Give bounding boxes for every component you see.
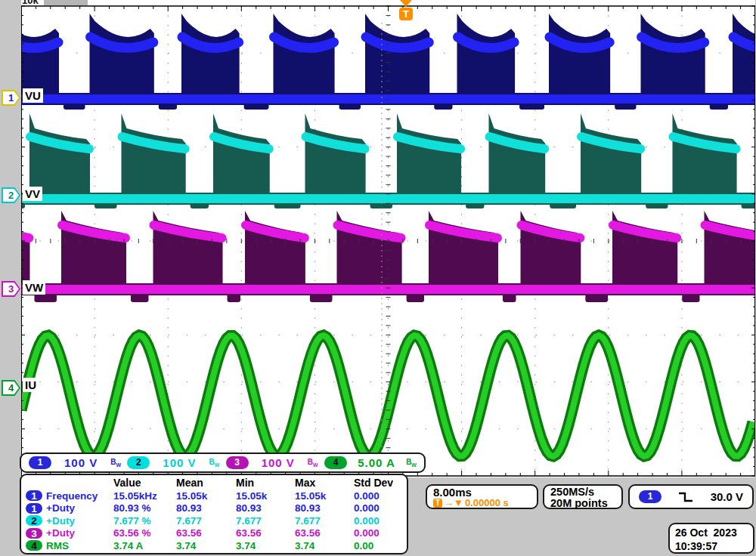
clipped-top-label: 10k xyxy=(22,0,39,6)
trigger-t-icon: T xyxy=(433,499,442,508)
col-mean: Mean xyxy=(176,477,236,489)
ch1-readout[interactable]: 1 100 V BW xyxy=(29,456,121,469)
measurement-row: 3+Duty 63.56 % 63.56 63.56 63.56 0.000 xyxy=(26,527,402,539)
ch2-badge: 2 xyxy=(127,456,150,469)
ch4-label: IU xyxy=(23,378,39,392)
ch4-ground-marker[interactable]: 4 xyxy=(2,380,20,396)
channel-readout-bar: 1 100 V BW 2 100 V BW 3 100 V BW 4 5.00 … xyxy=(20,453,426,473)
acquisition-box: 250MS/s 20M points xyxy=(543,484,623,509)
ch1-scale: 100 V xyxy=(64,456,98,469)
ch3-badge: 3 xyxy=(226,456,249,469)
col-value: Value xyxy=(113,477,176,489)
measurement-row: 2+Duty 7.677 % 7.677 7.677 7.677 0.000 xyxy=(26,515,402,527)
ch4-readout[interactable]: 4 5.00 A BW xyxy=(324,456,417,469)
trigger-level: 30.0 V xyxy=(711,490,743,503)
ch1-label: VU xyxy=(23,88,43,103)
datetime-box: 26 Oct 2023 10:39:57 xyxy=(668,523,754,554)
time-text: 10:39:57 xyxy=(675,539,748,553)
waveform-display xyxy=(21,0,755,477)
oscilloscope-screen: 10k T 1 VU 2 VV 3 VW 4 IU 1 100 V BW 2 xyxy=(0,0,756,556)
ch2-ground-marker[interactable]: 2 xyxy=(2,187,20,203)
col-std: Std Dev xyxy=(354,477,402,489)
ch3-label: VW xyxy=(23,280,45,295)
ch2-badge: 2 xyxy=(26,515,42,526)
ch2-scale: 100 V xyxy=(163,456,196,469)
ch1-bandwidth-icon: BW xyxy=(110,458,121,468)
ch1-badge: 1 xyxy=(26,490,42,501)
trigger-arrow-glyphs: →▼ xyxy=(444,498,463,508)
ch4-bandwidth-icon: BW xyxy=(406,458,417,468)
ch4-badge: 4 xyxy=(324,456,347,469)
col-max: Max xyxy=(295,477,354,489)
ch3-scale: 100 V xyxy=(262,456,295,469)
horizontal-position: T→▼0.00000 s xyxy=(433,498,531,508)
col-min: Min xyxy=(236,477,295,489)
ch2-readout[interactable]: 2 100 V BW xyxy=(127,456,219,469)
timebase-scale: 8.00ms xyxy=(433,486,531,498)
sample-rate: 250MS/s xyxy=(550,486,615,498)
ch3-ground-marker[interactable]: 3 xyxy=(2,281,20,297)
timebase-box[interactable]: 8.00ms T→▼0.00000 s xyxy=(426,484,538,509)
measurement-header-row: Value Mean Min Max Std Dev xyxy=(26,477,402,489)
ch1-badge: 1 xyxy=(29,456,51,469)
ch4-badge: 4 xyxy=(26,540,42,551)
ch4-scale: 5.00 A xyxy=(358,456,395,469)
measurement-table: Value Mean Min Max Std Dev 1Frequency 15… xyxy=(20,474,408,554)
ch2-label: VV xyxy=(23,187,42,201)
horizontal-position-value: 0.00000 s xyxy=(465,498,509,508)
ch3-bandwidth-icon: BW xyxy=(308,458,318,468)
trigger-t-icon: T xyxy=(399,8,413,20)
trigger-box[interactable]: 1 30.0 V xyxy=(628,484,754,509)
falling-edge-icon xyxy=(678,491,693,503)
ch1-ground-marker[interactable]: 1 xyxy=(2,90,20,106)
ch2-bandwidth-icon: BW xyxy=(209,458,219,468)
measurement-row: 4RMS 3.74 A 3.74 3.74 3.74 0.00 xyxy=(26,540,402,551)
measurement-row: 1Frequency 15.05kHz 15.05k 15.05k 15.05k… xyxy=(26,490,402,502)
trigger-arrow-icon xyxy=(400,0,412,7)
top-edge-tab xyxy=(44,0,88,5)
trigger-source-badge: 1 xyxy=(639,490,662,503)
graticule-area: 10k T xyxy=(21,0,755,477)
measurement-row: 1+Duty 80.93 % 80.93 80.93 80.93 0.000 xyxy=(26,502,402,514)
ch3-readout[interactable]: 3 100 V BW xyxy=(226,456,318,469)
ch3-badge: 3 xyxy=(26,528,42,539)
trigger-position-flag[interactable]: T xyxy=(397,0,415,23)
ch1-badge: 1 xyxy=(26,503,42,514)
record-length: 20M points xyxy=(550,498,615,509)
date-text: 26 Oct 2023 xyxy=(675,526,748,539)
